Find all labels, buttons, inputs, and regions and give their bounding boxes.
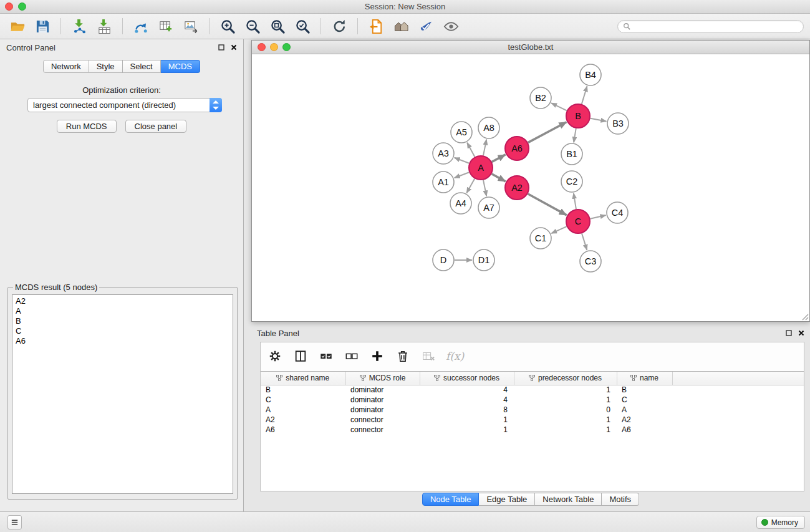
graph-edge-A-A8[interactable] <box>483 140 486 156</box>
tab-network-table[interactable]: Network Table <box>535 493 602 506</box>
zoom-selected-icon <box>295 19 311 34</box>
float-table-panel-button[interactable] <box>785 330 792 337</box>
graph-edge-C-C4[interactable] <box>591 215 606 219</box>
memory-button[interactable]: Memory <box>756 516 805 529</box>
search-input[interactable] <box>634 22 798 31</box>
graph-edge-B-B3[interactable] <box>591 118 607 122</box>
network-window-titlebar[interactable]: testGlobe.txt <box>252 41 809 54</box>
float-panel-button[interactable] <box>218 44 224 51</box>
new-network-button[interactable] <box>132 17 150 36</box>
search-box[interactable] <box>617 20 804 33</box>
mcds-result-list[interactable]: A2ABCA6 <box>12 294 233 494</box>
tab-mcds[interactable]: MCDS <box>161 60 200 73</box>
zoom-out-button[interactable] <box>243 17 262 36</box>
table-toolbar: f(x) <box>261 342 804 370</box>
network-graph[interactable]: B4B2BB3A8A5A6A3B1AC2A1A2A4A7C4CC1C3DD1 <box>252 54 809 321</box>
graph-edge-A-A4[interactable] <box>466 178 475 193</box>
column-header-successor-nodes[interactable]: successor nodes <box>420 372 514 385</box>
create-column-button[interactable] <box>369 348 385 364</box>
criterion-dropdown[interactable]: largest connected component (directed) <box>27 98 222 112</box>
network-zoom-button[interactable] <box>282 43 291 51</box>
graph-edge-A-A2[interactable] <box>492 174 506 181</box>
import-table-button[interactable] <box>95 17 113 36</box>
run-mcds-button[interactable]: Run MCDS <box>57 120 117 133</box>
select-all-columns-button[interactable] <box>318 348 334 364</box>
table-cell: 8 <box>420 405 514 415</box>
node-table[interactable]: shared nameMCDS rolesuccessor nodesprede… <box>261 371 804 490</box>
graph-edge-C-C2[interactable] <box>574 193 576 209</box>
titlebar: Session: New Session <box>0 0 810 14</box>
graph-edge-A2-C[interactable] <box>528 194 567 215</box>
graph-edge-C-C1[interactable] <box>551 226 567 233</box>
show-graphics-details-button[interactable] <box>441 17 460 36</box>
network-window[interactable]: testGlobe.txt B4B2BB3A8A5A6A3B1AC2A1A2A4… <box>251 40 810 322</box>
refresh-button[interactable] <box>330 17 349 36</box>
zoom-fit-button[interactable] <box>268 17 287 36</box>
network-minimize-button[interactable] <box>270 43 278 51</box>
resize-grip-icon[interactable] <box>801 313 809 321</box>
graph-node-label: C1 <box>535 233 547 243</box>
table-settings-button[interactable] <box>267 348 283 364</box>
close-window-button[interactable] <box>5 2 13 11</box>
graph-edge-B-B1[interactable] <box>574 128 576 143</box>
tab-select[interactable]: Select <box>123 60 161 73</box>
save-session-button[interactable] <box>33 17 52 36</box>
deselect-all-columns-button[interactable] <box>344 348 360 364</box>
show-columns-button[interactable] <box>292 348 309 364</box>
status-list-button[interactable] <box>7 515 22 530</box>
mcds-result-item[interactable]: B <box>12 316 233 326</box>
node-table-row[interactable]: Cdominator41C <box>261 395 804 405</box>
graph-node-label: A6 <box>511 143 523 153</box>
tab-motifs[interactable]: Motifs <box>602 493 639 506</box>
delete-column-button[interactable] <box>395 348 411 364</box>
zoom-selected-button[interactable] <box>293 17 312 36</box>
zoom-in-button[interactable] <box>218 17 237 36</box>
new-table-button[interactable] <box>157 17 175 36</box>
mcds-result-item[interactable]: C <box>12 326 233 336</box>
column-header-predecessor-nodes[interactable]: predecessor nodes <box>514 372 617 385</box>
zoom-window-button[interactable] <box>18 2 26 11</box>
tab-node-table[interactable]: Node Table <box>422 493 480 506</box>
graph-edge-B-B4[interactable] <box>582 86 587 104</box>
tab-network[interactable]: Network <box>43 60 89 73</box>
graph-edge-A-A1[interactable] <box>455 172 470 178</box>
node-table-row[interactable]: A6connector11A6 <box>261 425 804 435</box>
network-view[interactable]: B4B2BB3A8A5A6A3B1AC2A1A2A4A7C4CC1C3DD1 <box>252 54 809 321</box>
mcds-result-item[interactable]: A6 <box>12 336 233 346</box>
column-header-shared-name[interactable]: shared name <box>261 372 345 385</box>
import-table-icon <box>97 19 112 34</box>
validate-button[interactable] <box>417 17 435 36</box>
network-close-button[interactable] <box>258 43 266 51</box>
delete-table-button[interactable] <box>420 348 436 364</box>
graph-edge-A-A5[interactable] <box>467 143 475 157</box>
toolbar-separator <box>357 18 358 34</box>
open-session-button[interactable] <box>8 17 27 36</box>
table-cell: 4 <box>420 385 514 395</box>
node-table-row[interactable]: A2connector11A2 <box>261 415 804 425</box>
function-builder-button[interactable]: f(x) <box>446 350 464 362</box>
tab-style[interactable]: Style <box>89 60 123 73</box>
export-image-button[interactable] <box>181 17 200 36</box>
graph-edge-A-A7[interactable] <box>483 180 486 196</box>
node-table-row[interactable]: Bdominator41B <box>261 385 804 395</box>
tab-edge-table[interactable]: Edge Table <box>479 493 535 506</box>
open-recent-file-button[interactable] <box>367 17 385 36</box>
graph-edge-A-A6[interactable] <box>492 155 506 162</box>
graph-edge-C-C3[interactable] <box>582 233 587 250</box>
column-header-name[interactable]: name <box>617 372 672 385</box>
close-panel-button-mcds[interactable]: Close panel <box>125 120 187 133</box>
graph-node-label: D1 <box>478 255 490 265</box>
graph-node-label: B1 <box>566 149 577 159</box>
mcds-result-item[interactable]: A2 <box>12 296 233 306</box>
close-table-panel-button[interactable] <box>798 330 804 337</box>
network-overview-button[interactable] <box>392 17 410 36</box>
close-panel-button[interactable] <box>230 44 237 51</box>
graph-edge-A-A3[interactable] <box>455 158 470 163</box>
table-panel-body: f(x) shared nameMCDS rolesuccessor nodes… <box>260 342 804 491</box>
graph-edge-A6-B[interactable] <box>528 122 567 143</box>
import-network-button[interactable] <box>70 17 89 36</box>
column-header-mcds-role[interactable]: MCDS role <box>345 372 420 385</box>
node-table-row[interactable]: Adominator80A <box>261 405 804 415</box>
graph-edge-B-B2[interactable] <box>551 103 567 110</box>
mcds-result-item[interactable]: A <box>12 306 233 316</box>
